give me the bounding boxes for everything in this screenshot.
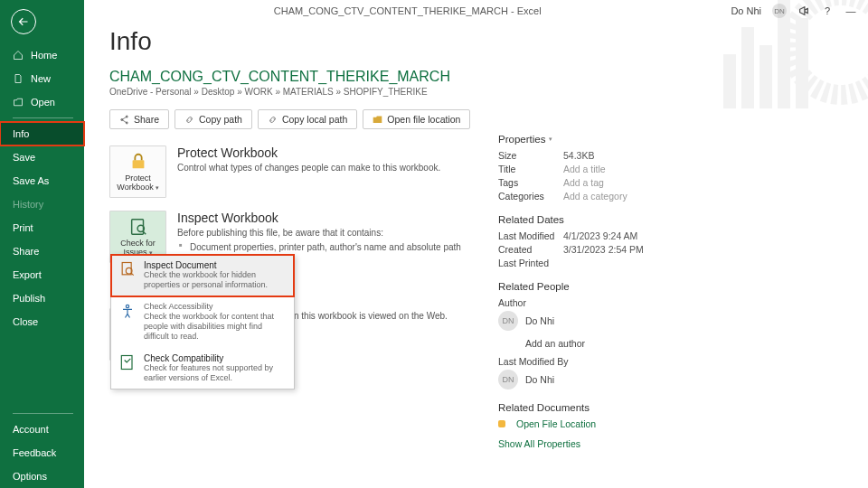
check-for-issues-menu: Inspect DocumentCheck the workbook for h… <box>110 254 295 389</box>
workbook-name: CHAM_CONG_CTV_CONTENT_THERIKE_MARCH <box>109 69 471 85</box>
section-title: Inspect Workbook <box>177 211 461 225</box>
sidebar-item-home[interactable]: Home <box>0 43 84 67</box>
page-title: Info <box>109 27 471 56</box>
sidebar-item-save[interactable]: Save <box>0 145 84 169</box>
created: 3/31/2023 2:54 PM <box>563 244 644 255</box>
avatar-icon: DN <box>498 311 518 331</box>
section-desc: Control what types of changes people can… <box>177 162 440 174</box>
megaphone-icon[interactable] <box>797 5 810 17</box>
backstage-sidebar: Home New Open Info Save Save As History … <box>0 0 84 488</box>
current-user-name: Do Nhi <box>731 5 761 16</box>
window-title: CHAM_CONG_CTV_CONTENT_THERIKE_MARCH - Ex… <box>84 5 731 16</box>
prop-title[interactable]: Add a title <box>563 164 606 174</box>
sidebar-item-label: New <box>31 73 51 84</box>
sidebar-item-label: Home <box>31 50 57 61</box>
related-dates-heading: Related Dates <box>498 214 841 225</box>
home-icon <box>13 50 24 61</box>
sidebar-item-label: Save <box>13 152 35 163</box>
sidebar-item-label: Account <box>13 424 49 435</box>
sidebar-item-label: Export <box>13 269 42 280</box>
open-file-location-link[interactable]: Open File Location <box>498 418 841 429</box>
section-title: Protect Workbook <box>177 145 440 160</box>
sidebar-item-label: Options <box>13 471 47 482</box>
author-person[interactable]: DNDo Nhi <box>498 311 841 331</box>
user-avatar[interactable]: DN <box>772 4 787 18</box>
sidebar-item-feedback[interactable]: Feedback <box>0 441 84 465</box>
svg-point-15 <box>126 305 128 307</box>
inspect-icon <box>128 217 148 237</box>
compatibility-icon <box>118 353 137 371</box>
share-icon <box>119 115 129 125</box>
sidebar-item-label: Print <box>13 222 33 233</box>
sidebar-item-history: History <box>0 192 84 216</box>
sidebar-item-open[interactable]: Open <box>0 90 84 114</box>
sidebar-item-share[interactable]: Share <box>0 239 84 263</box>
prop-categories[interactable]: Add a category <box>563 191 627 202</box>
sidebar-item-label: Publish <box>13 293 45 304</box>
sidebar-item-close[interactable]: Close <box>0 310 84 333</box>
link-icon <box>184 115 194 125</box>
sidebar-item-label: History <box>13 199 43 210</box>
sidebar-item-info[interactable]: Info <box>0 122 84 145</box>
sidebar-item-label: Feedback <box>13 447 56 458</box>
link-icon <box>268 115 278 125</box>
sidebar-item-options[interactable]: Options <box>0 465 84 488</box>
title-bar-right: Do Nhi DN ? — <box>731 4 868 18</box>
menu-item-inspect-document[interactable]: Inspect DocumentCheck the workbook for h… <box>111 255 294 296</box>
sidebar-item-label: Save As <box>13 175 49 186</box>
properties-pane: Properties▾ Size54.3KB TitleAdd a title … <box>498 27 868 488</box>
avatar-icon: DN <box>498 370 518 389</box>
sidebar-item-account[interactable]: Account <box>0 418 84 441</box>
show-all-properties-link[interactable]: Show All Properties <box>498 438 841 449</box>
sidebar-item-save-as[interactable]: Save As <box>0 169 84 192</box>
minimize-icon[interactable]: — <box>844 5 857 17</box>
sidebar-item-print[interactable]: Print <box>0 216 84 239</box>
path-buttons: Share Copy path Copy local path Open fil… <box>109 109 471 129</box>
prop-size: 54.3KB <box>563 150 594 161</box>
last-modified-by-person[interactable]: DNDo Nhi <box>498 370 841 389</box>
chevron-down-icon: ▾ <box>156 184 159 191</box>
related-people-heading: Related People <box>498 281 841 292</box>
last-modified: 4/1/2023 9:24 AM <box>563 230 637 241</box>
section-lead: Before publishing this file, be aware th… <box>177 227 461 239</box>
sidebar-item-label: Share <box>13 246 39 257</box>
back-button[interactable] <box>11 9 36 34</box>
open-file-location-button[interactable]: Open file location <box>363 109 470 129</box>
sidebar-item-label: Close <box>13 316 38 327</box>
sidebar-item-export[interactable]: Export <box>0 263 84 286</box>
svg-rect-9 <box>132 160 144 168</box>
prop-tags[interactable]: Add a tag <box>563 177 604 188</box>
lock-icon <box>128 152 148 172</box>
folder-icon <box>498 420 505 427</box>
add-author[interactable]: Add an author <box>525 338 841 349</box>
help-icon[interactable]: ? <box>821 5 834 17</box>
sidebar-item-label: Open <box>31 97 55 108</box>
inspect-bullet: Document properties, printer path, autho… <box>177 242 461 252</box>
related-documents-heading: Related Documents <box>498 402 841 413</box>
copy-local-path-button[interactable]: Copy local path <box>258 109 357 129</box>
copy-path-button[interactable]: Copy path <box>175 109 252 129</box>
sidebar-item-label: Info <box>13 128 29 139</box>
breadcrumb: OneDrive - Personal » Desktop » WORK » M… <box>109 87 471 97</box>
open-icon <box>13 97 24 108</box>
share-button[interactable]: Share <box>109 109 169 129</box>
protect-workbook-tile[interactable]: Protect Workbook▾ <box>109 145 166 198</box>
menu-item-check-compatibility[interactable]: Check CompatibilityCheck for features no… <box>111 348 294 389</box>
sidebar-item-publish[interactable]: Publish <box>0 286 84 310</box>
chevron-down-icon: ▾ <box>549 136 552 143</box>
sidebar-item-new[interactable]: New <box>0 67 84 90</box>
new-icon <box>13 73 24 84</box>
inspect-document-icon <box>118 260 137 278</box>
menu-item-check-accessibility[interactable]: Check AccessibilityCheck the workbook fo… <box>111 296 294 348</box>
title-bar: CHAM_CONG_CTV_CONTENT_THERIKE_MARCH - Ex… <box>84 0 868 22</box>
folder-icon <box>373 115 382 125</box>
accessibility-icon <box>118 302 137 320</box>
main-content: Info CHAM_CONG_CTV_CONTENT_THERIKE_MARCH… <box>84 0 868 488</box>
properties-heading[interactable]: Properties▾ <box>498 134 552 145</box>
protect-workbook-section: Protect Workbook▾ Protect Workbook Contr… <box>109 145 471 198</box>
